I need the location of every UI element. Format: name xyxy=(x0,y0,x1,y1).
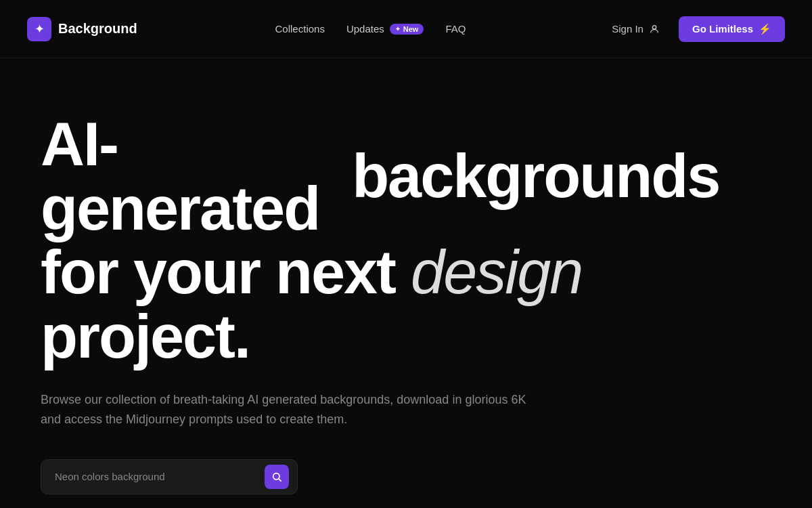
logo-text: Background xyxy=(58,21,137,37)
hero-headline: AI-generated backgrounds for your next d… xyxy=(41,112,704,368)
nav-links: Collections Updates New FAQ xyxy=(275,23,466,35)
search-input[interactable] xyxy=(55,471,258,482)
go-limitless-button[interactable]: Go Limitless ⚡ xyxy=(679,16,785,42)
lightning-icon: ⚡ xyxy=(759,23,771,35)
nav-collections[interactable]: Collections xyxy=(275,23,325,35)
search-box xyxy=(41,459,298,494)
badge-new: New xyxy=(390,24,424,35)
navbar: ✦ Background Collections Updates New FAQ… xyxy=(0,0,812,58)
svg-point-0 xyxy=(652,25,656,28)
logo-icon: ✦ xyxy=(27,17,51,41)
sign-in-button[interactable]: Sign In xyxy=(604,18,668,40)
svg-line-2 xyxy=(279,479,281,482)
user-icon xyxy=(649,24,660,35)
hero-subtitle: Browse our collection of breath-taking A… xyxy=(41,390,528,429)
nav-updates[interactable]: Updates New xyxy=(346,23,424,35)
svg-point-1 xyxy=(273,473,279,479)
hero-section: AI-generated backgrounds for your next d… xyxy=(0,58,744,508)
nav-faq[interactable]: FAQ xyxy=(445,23,466,35)
search-button[interactable] xyxy=(265,465,289,489)
logo[interactable]: ✦ Background xyxy=(27,17,137,41)
search-container xyxy=(41,459,704,494)
nav-actions: Sign In Go Limitless ⚡ xyxy=(604,16,785,42)
search-icon xyxy=(271,471,282,482)
